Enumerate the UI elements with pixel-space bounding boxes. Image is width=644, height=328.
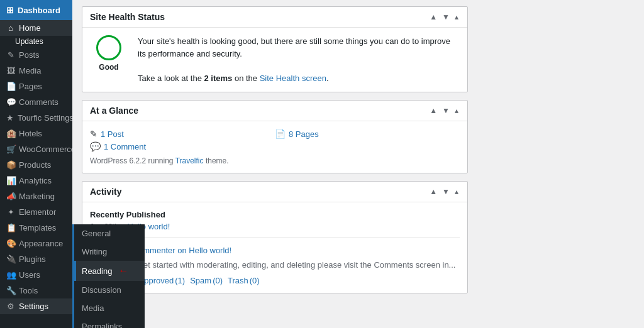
glance-post-count: ✎ 1 Post <box>90 129 275 139</box>
health-screen-link[interactable]: Site Health screen <box>260 74 326 83</box>
sidebar-header-label: Dashboard <box>18 6 60 15</box>
hotels-icon: 🏨 <box>6 129 15 138</box>
submenu-media[interactable]: Media <box>74 299 145 317</box>
marketing-icon: 📣 <box>6 192 15 201</box>
sidebar-item-label: Users <box>19 270 40 280</box>
minimize-icon[interactable]: ▴ <box>453 13 460 21</box>
sidebar-item-posts[interactable]: ✎ Posts <box>0 47 72 63</box>
sidebar-item-products[interactable]: 📦 Products <box>0 157 72 173</box>
site-health-title: Site Health Status <box>90 12 165 22</box>
submenu-discussion[interactable]: Discussion <box>74 281 145 299</box>
collapse-up-icon[interactable]: ▲ <box>428 106 438 115</box>
sidebar-item-media[interactable]: 🖼 Media <box>0 63 72 79</box>
sidebar-item-label: Analytics <box>19 176 52 185</box>
site-health-header: Site Health Status ▲ ▼ ▴ <box>82 7 467 28</box>
sidebar-item-label: Comments <box>19 97 58 107</box>
trash-link[interactable]: Trash <box>228 276 248 285</box>
tourfic-icon: ★ <box>6 113 14 123</box>
glance-comment-count: 💬 1 Comment <box>90 141 275 151</box>
post-icon: ✎ <box>90 129 97 139</box>
comment-count-link[interactable]: 1 Comment <box>104 142 146 151</box>
sidebar-item-label: Hotels <box>19 129 42 138</box>
sidebar-item-tourfic[interactable]: ★ Tourfic Settings <box>0 110 72 126</box>
minimize-icon[interactable]: ▴ <box>453 106 460 115</box>
sidebar-item-analytics[interactable]: 📊 Analytics <box>0 173 72 189</box>
sidebar-item-label: Templates <box>19 223 56 232</box>
health-items-count: 2 items <box>204 74 233 83</box>
widget-controls-glance: ▲ ▼ ▴ <box>428 106 460 115</box>
reading-arrow: ← <box>118 265 128 276</box>
health-circle <box>96 35 121 60</box>
collapse-down-icon[interactable]: ▼ <box>441 13 451 21</box>
theme-suffix: theme. <box>204 156 229 165</box>
sidebar-item-users[interactable]: 👥 Users <box>0 267 72 283</box>
submenu-general[interactable]: General <box>74 224 145 243</box>
submenu-permalinks[interactable]: Permalinks <box>74 317 145 328</box>
settings-submenu: General Writing Reading ← Discussion Med… <box>72 224 145 328</box>
health-items-on: on the <box>232 74 259 83</box>
activity-header: Activity ▲ ▼ ▴ <box>82 182 467 202</box>
sidebar-item-pages[interactable]: 📄 Pages <box>0 79 72 94</box>
collapse-up-icon[interactable]: ▲ <box>428 13 438 21</box>
at-a-glance-title: At a Glance <box>90 106 138 116</box>
sidebar: ⊞ Dashboard ⌂ Home Updates ✎ Posts 🖼 Med… <box>0 0 72 328</box>
trash-count-link[interactable]: (0) <box>250 276 260 285</box>
activity-actions: Pending (0) Approved (1) Spam (0) Trash … <box>90 276 460 285</box>
settings-icon: ⚙ <box>6 302 15 311</box>
appearance-icon: 🎨 <box>6 239 15 248</box>
sidebar-item-settings[interactable]: ⚙ Settings <box>0 298 72 314</box>
comment-icon: 💬 <box>90 141 101 151</box>
sidebar-sub-updates[interactable]: Updates <box>0 36 72 47</box>
sidebar-item-label: Appearance <box>19 239 63 248</box>
sidebar-item-label: Tools <box>19 286 38 295</box>
glance-footer: WordPress 6.2.2 running Travelfic theme. <box>90 156 460 165</box>
home-icon: ⌂ <box>6 23 15 33</box>
templates-icon: 📋 <box>6 223 15 232</box>
sidebar-item-elementor[interactable]: ✦ Elementor <box>0 204 72 220</box>
sidebar-item-marketing[interactable]: 📣 Marketing <box>0 189 72 204</box>
sidebar-item-label: Media <box>19 66 41 75</box>
collapse-down-icon[interactable]: ▼ <box>441 106 451 115</box>
collapse-down-icon[interactable]: ▼ <box>441 187 451 196</box>
sidebar-header[interactable]: ⊞ Dashboard <box>0 0 72 20</box>
media-icon: 🖼 <box>6 66 15 75</box>
plugins-icon: 🔌 <box>6 254 15 264</box>
at-a-glance-widget: At a Glance ▲ ▼ ▴ ✎ 1 Post 📄 8 Pages 💬 <box>82 100 468 173</box>
spam-count-link[interactable]: (0) <box>213 276 223 285</box>
sidebar-item-label: Plugins <box>19 254 46 264</box>
widget-controls-health: ▲ ▼ ▴ <box>428 13 460 21</box>
wp-version-text: WordPress 6.2.2 running <box>90 156 175 165</box>
health-message: Your site's health is looking good, but … <box>138 36 450 58</box>
minimize-icon[interactable]: ▴ <box>453 187 460 196</box>
approved-count-link[interactable]: (1) <box>175 276 185 285</box>
health-description: Your site's health is looking good, but … <box>138 35 460 84</box>
right-panel <box>480 0 644 328</box>
page-count-link[interactable]: 8 Pages <box>289 129 319 139</box>
users-icon: 👥 <box>6 270 15 280</box>
pages-icon: 📄 <box>6 82 15 91</box>
sidebar-item-templates[interactable]: 📋 Templates <box>0 220 72 236</box>
submenu-writing[interactable]: Writing <box>74 243 145 261</box>
site-health-body: Good Your site's health is looking good,… <box>82 28 467 92</box>
health-items-prefix: Take a look at the <box>138 74 204 83</box>
collapse-up-icon[interactable]: ▲ <box>428 187 438 196</box>
recently-published-label: Recently Published <box>90 210 460 219</box>
sidebar-item-appearance[interactable]: 🎨 Appearance <box>0 236 72 251</box>
sidebar-item-woocommerce[interactable]: 🛒 WooCommerce <box>0 141 72 157</box>
post-count-link[interactable]: 1 Post <box>101 129 124 139</box>
sidebar-item-hotels[interactable]: 🏨 Hotels <box>0 126 72 141</box>
submenu-reading[interactable]: Reading ← <box>74 261 145 281</box>
sidebar-item-label: Marketing <box>19 192 55 201</box>
posts-icon: ✎ <box>6 50 15 60</box>
health-status-label: Good <box>99 63 118 72</box>
sidebar-item-tools[interactable]: 🔧 Tools <box>0 283 72 298</box>
sidebar-item-home[interactable]: ⌂ Home <box>0 20 72 36</box>
health-status-wrap: Good <box>90 35 128 72</box>
sidebar-item-plugins[interactable]: 🔌 Plugins <box>0 251 72 267</box>
sidebar-item-comments[interactable]: 💬 Comments <box>0 94 72 110</box>
sidebar-item-label: Posts <box>19 50 40 60</box>
glance-page-count: 📄 8 Pages <box>275 129 460 139</box>
site-health-widget: Site Health Status ▲ ▼ ▴ Good Your site'… <box>82 6 468 92</box>
theme-link[interactable]: Travelfic <box>175 156 204 165</box>
spam-link[interactable]: Spam <box>190 276 211 285</box>
